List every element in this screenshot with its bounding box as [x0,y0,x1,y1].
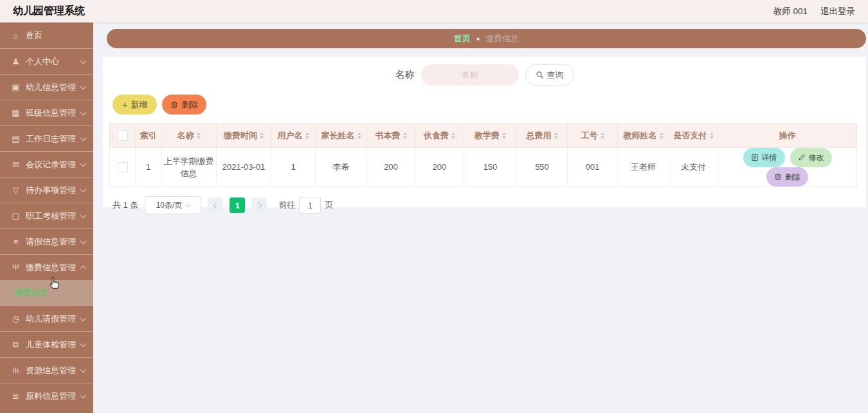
breadcrumb-separator-icon: ★ [476,36,480,42]
page-number-button[interactable]: 1 [230,197,245,213]
row-delete-button-label: 删除 [785,172,800,183]
sidebar-item-label: 班级信息管理 [26,107,81,119]
sidebar-item-class-info[interactable]: ▦班级信息管理 [0,100,93,125]
column-header-label: 用户名 [278,131,303,140]
column-header-paid[interactable]: 是否支付 [669,124,718,148]
column-header-teaching_fee[interactable]: 教学费 [464,124,517,148]
sort-caret-icon[interactable] [357,133,361,139]
column-header-book_fee[interactable]: 书本费 [367,124,415,148]
column-header-label: 操作 [779,131,796,140]
sidebar-item-home[interactable]: ⌂首页 [0,23,93,48]
staff-assessment-icon: ▢ [10,211,21,221]
column-header-label: 总费用 [527,131,552,140]
edit-icon [798,154,806,161]
search-input[interactable] [421,64,519,86]
search-button[interactable]: 查询 [525,64,574,86]
delete-button[interactable]: 删除 [162,95,206,115]
page-size-select[interactable]: 10条/页 [145,196,201,214]
sidebar-subitem-payment-info-list[interactable]: 缴费信息 [0,280,93,306]
cell-name: 上半学期缴费信息 [161,148,217,187]
goto-suffix: 页 [325,199,333,211]
row-delete-button[interactable]: 删除 [766,167,808,187]
sort-asc-icon [554,133,558,135]
sidebar-item-child-leave[interactable]: ◷幼儿请假管理 [0,306,93,331]
column-header-total_fee[interactable]: 总费用 [517,124,568,148]
chevron-down-icon [80,109,87,115]
column-header-label: 索引 [140,131,157,140]
sidebar-item-resource-info[interactable]: ılı资源信息管理 [0,357,93,383]
cell-teaching_fee: 150 [464,148,517,187]
breadcrumb-home[interactable]: 首页 [454,33,471,44]
sort-caret-icon[interactable] [403,133,407,139]
sidebar-item-work-log[interactable]: ▤工作日志管理 [0,125,93,151]
add-button[interactable]: + 新增 [113,95,157,115]
sort-caret-icon[interactable] [197,133,201,139]
leave-info-icon: ≡ [10,237,21,246]
column-header-label: 教师姓名 [624,131,657,140]
sort-caret-icon[interactable] [601,133,604,139]
sidebar-item-checkup[interactable]: ⧉儿童体检管理 [0,331,93,357]
chevron-down-icon [80,160,87,167]
row-checkbox[interactable] [118,162,128,172]
logout-link[interactable]: 退出登录 [820,6,855,17]
chevron-down-icon [80,212,87,218]
sidebar-item-staff-assessment[interactable]: ▢职工考核管理 [0,203,93,228]
sort-caret-icon[interactable] [260,133,264,139]
column-header-parent_name[interactable]: 家长姓名 [316,124,367,148]
user-icon: ♟ [10,57,21,66]
app-title: 幼儿园管理系统 [13,5,85,18]
search-label: 名称 [395,69,415,81]
sort-caret-icon[interactable] [710,133,714,139]
chevron-down-icon [80,392,87,398]
sort-caret-icon[interactable] [554,133,558,139]
breadcrumb-current: 缴费信息 [485,33,519,44]
table-header-row: 索引名称缴费时间用户名家长姓名书本费伙食费教学费总费用工号教师姓名是否支付操作 [110,124,857,148]
sort-asc-icon [357,133,361,135]
chevron-left-icon [213,202,220,208]
next-page-button[interactable] [251,197,267,213]
sidebar-item-material-info[interactable]: ≣原料信息管理 [0,383,93,408]
sort-desc-icon [260,136,264,139]
cell-book_fee: 200 [367,148,415,187]
column-header-label: 缴费时间 [224,131,257,140]
column-header-label: 伙食费 [424,131,449,140]
prev-page-button[interactable] [208,197,223,213]
select-all-header-cell [110,124,136,148]
select-all-checkbox[interactable] [118,131,128,141]
chevron-down-icon [80,83,87,89]
sort-caret-icon[interactable] [305,133,309,139]
column-header-teacher_name[interactable]: 教师姓名 [618,124,669,148]
sidebar-item-child-info[interactable]: ▣幼儿信息管理 [0,74,93,100]
cell-actions: 详情修改删除 [718,148,857,187]
column-header-name[interactable]: 名称 [161,124,217,148]
cell-paid: 未支付 [669,148,718,187]
column-header-username[interactable]: 用户名 [271,124,316,148]
payment-table: 索引名称缴费时间用户名家长姓名书本费伙食费教学费总费用工号教师姓名是否支付操作 … [109,123,857,187]
sort-desc-icon [305,136,309,139]
sidebar-item-payment-info[interactable]: Ψ缴费信息管理 [0,254,93,280]
sort-caret-icon[interactable] [502,133,506,139]
column-header-job_no[interactable]: 工号 [568,124,618,148]
chevron-right-icon [256,202,262,208]
sort-asc-icon [710,133,714,135]
sort-desc-icon [601,136,604,139]
edit-button-label: 修改 [809,152,824,163]
sidebar-item-todo[interactable]: ▽待办事项管理 [0,177,93,203]
sidebar-item-profile[interactable]: ♟个人中心 [0,48,93,74]
sidebar-item-meeting-record[interactable]: ✉会议记录管理 [0,151,93,177]
column-header-label: 名称 [177,131,194,140]
home-icon: ⌂ [10,31,21,41]
sort-caret-icon[interactable] [451,133,455,139]
sidebar-item-leave-info[interactable]: ≡请假信息管理 [0,228,93,254]
column-header-pay_time[interactable]: 缴费时间 [217,124,271,148]
edit-button[interactable]: 修改 [790,148,832,167]
chevron-down-icon [80,186,87,192]
plus-icon: + [122,100,127,110]
column-header-label: 工号 [581,131,598,140]
chevron-down-icon [80,366,87,372]
sort-caret-icon[interactable] [660,133,664,139]
sort-desc-icon [710,136,714,139]
column-header-meal_fee[interactable]: 伙食费 [415,124,464,148]
detail-button[interactable]: 详情 [743,148,785,167]
goto-page-input[interactable] [299,197,321,214]
